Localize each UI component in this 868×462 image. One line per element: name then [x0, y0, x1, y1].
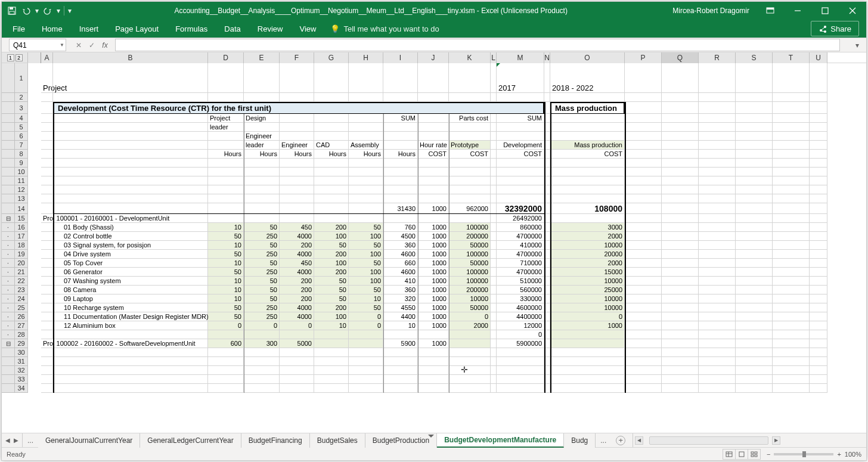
cell-O28[interactable] [550, 330, 625, 339]
cell-D21[interactable]: 50 [208, 268, 244, 277]
ribbon-tab-view[interactable]: View [291, 20, 324, 38]
item-26[interactable]: 11 Documentation (Master Design Register… [53, 312, 208, 321]
hdr-engineer2[interactable]: Engineer [280, 141, 314, 150]
cell-G28[interactable] [314, 330, 349, 339]
hdr-project-leader-1[interactable]: Project [208, 114, 244, 123]
total-o14[interactable]: 108000 [550, 203, 625, 214]
cell-D22[interactable]: 10 [208, 277, 244, 286]
cell-O26[interactable]: 0 [550, 312, 625, 321]
cell-M26[interactable]: 4400000 [497, 312, 544, 321]
cell-J18[interactable]: 1000 [418, 241, 449, 250]
cell-M25[interactable]: 4600000 [497, 303, 544, 312]
cell-O29[interactable] [550, 339, 625, 348]
row-header-7[interactable]: 7 [15, 141, 28, 150]
cell-H27[interactable]: 0 [349, 321, 383, 330]
cell-I23[interactable]: 360 [383, 286, 418, 294]
outline-level-buttons[interactable]: 1 2 [2, 52, 28, 63]
cell-G29[interactable] [314, 339, 349, 348]
hscroll-track[interactable] [649, 436, 768, 445]
hdr-hours-I[interactable]: Hours [383, 150, 418, 159]
row-header-16[interactable]: 16 [15, 223, 28, 232]
cell-E29[interactable]: 300 [244, 339, 280, 348]
cell-D24[interactable]: 10 [208, 294, 244, 303]
hdr-project-leader-2[interactable]: leader [208, 123, 244, 132]
cell-H16[interactable]: 50 [349, 223, 383, 232]
cell-D18[interactable]: 10 [208, 241, 244, 250]
cell-E21[interactable]: 250 [244, 268, 280, 277]
cell-O24[interactable]: 10000 [550, 294, 625, 303]
cell-M24[interactable]: 330000 [497, 294, 544, 303]
cell-F21[interactable]: 4000 [280, 268, 314, 277]
sheet-tab-BudgetDevelopmentManufacture[interactable]: BudgetDevelopmentManufacture [437, 433, 564, 448]
cell-F25[interactable]: 4000 [280, 303, 314, 312]
cell-J20[interactable]: 1000 [418, 259, 449, 268]
col-header-N[interactable]: N [544, 52, 550, 63]
row-header-10[interactable]: 10 [15, 168, 28, 176]
cell-I20[interactable]: 660 [383, 259, 418, 268]
item-17[interactable]: 02 Control bottle [53, 232, 208, 241]
cell-K27[interactable]: 2000 [449, 321, 491, 330]
col-header-I[interactable]: I [383, 52, 418, 63]
cell-G26[interactable]: 100 [314, 312, 349, 321]
cell-F27[interactable]: 0 [280, 321, 314, 330]
name-box-dropdown-icon[interactable]: ▼ [60, 42, 64, 48]
col-header-O[interactable]: O [550, 52, 625, 63]
outline-level-2[interactable]: 2 [16, 54, 23, 61]
total-m14[interactable]: 32392000 [497, 203, 544, 214]
cell-G24[interactable]: 50 [314, 294, 349, 303]
outline-collapse-15[interactable]: ⊟ [2, 214, 15, 223]
cell-M20[interactable]: 710000 [497, 259, 544, 268]
item-25[interactable]: 10 Recharge system [53, 303, 208, 312]
tell-me-search[interactable]: 💡 Tell me what you want to do [324, 24, 445, 33]
col-header-J[interactable]: J [418, 52, 449, 63]
row-header-32[interactable]: 32 [15, 366, 28, 375]
sheet-tab-GeneralLedgerCurrentYear[interactable]: GeneralLedgerCurrentYear [140, 433, 241, 448]
cell-M18[interactable]: 410000 [497, 241, 544, 250]
cell-J16[interactable]: 1000 [418, 223, 449, 232]
cell-F24[interactable]: 200 [280, 294, 314, 303]
cell-H21[interactable]: 100 [349, 268, 383, 277]
cell-F29[interactable]: 5000 [280, 339, 314, 348]
row-header-6[interactable]: 6 [15, 132, 28, 141]
col-header-H[interactable]: H [349, 52, 383, 63]
cell-K25[interactable]: 50000 [449, 303, 491, 312]
hdr-engineer[interactable]: Engineer [244, 132, 280, 141]
cell-K28[interactable] [449, 330, 491, 339]
row-header-30[interactable]: 30 [15, 348, 28, 357]
cell-K23[interactable]: 200000 [449, 286, 491, 294]
undo-icon[interactable] [20, 4, 33, 17]
row-header-29[interactable]: 29 [15, 339, 28, 348]
cell-D29[interactable]: 600 [208, 339, 244, 348]
outline-level-1[interactable]: 1 [7, 54, 14, 61]
page-break-view-icon[interactable] [748, 449, 761, 460]
name-box[interactable]: Q41 ▼ [9, 39, 66, 51]
cell-O21[interactable]: 15000 [550, 268, 625, 277]
cell-G17[interactable]: 100 [314, 232, 349, 241]
row-header-25[interactable]: 25 [15, 303, 28, 312]
formula-input[interactable] [115, 39, 840, 51]
cell-D16[interactable]: 10 [208, 223, 244, 232]
row-header-5[interactable]: 5 [15, 123, 28, 132]
cell-D23[interactable]: 10 [208, 286, 244, 294]
file-tab[interactable]: File [4, 20, 33, 38]
cell-I16[interactable]: 760 [383, 223, 418, 232]
cell-H29[interactable] [349, 339, 383, 348]
cell-G22[interactable]: 50 [314, 277, 349, 286]
cell-H18[interactable]: 50 [349, 241, 383, 250]
hdr-cost-o[interactable]: COST [550, 150, 625, 159]
cell-H22[interactable]: 100 [349, 277, 383, 286]
hdr-assembly[interactable]: Assembly [349, 141, 383, 150]
row-header-13[interactable]: 13 [15, 194, 28, 203]
cell-M28[interactable]: 0 [497, 330, 544, 339]
hdr-cost-k[interactable]: COST [449, 150, 491, 159]
hdr-hours-E[interactable]: Hours [244, 150, 280, 159]
item-16[interactable]: 01 Body (Shassi) [53, 223, 208, 232]
col-header-R[interactable]: R [699, 52, 736, 63]
row-header-18[interactable]: 18 [15, 241, 28, 250]
cell-H26[interactable]: 0 [349, 312, 383, 321]
cell-E16[interactable]: 50 [244, 223, 280, 232]
cell-J21[interactable]: 1000 [418, 268, 449, 277]
zoom-in-icon[interactable]: + [837, 451, 841, 458]
hdr-sum2[interactable]: SUM [497, 114, 544, 123]
ribbon-options-icon[interactable] [757, 2, 784, 20]
